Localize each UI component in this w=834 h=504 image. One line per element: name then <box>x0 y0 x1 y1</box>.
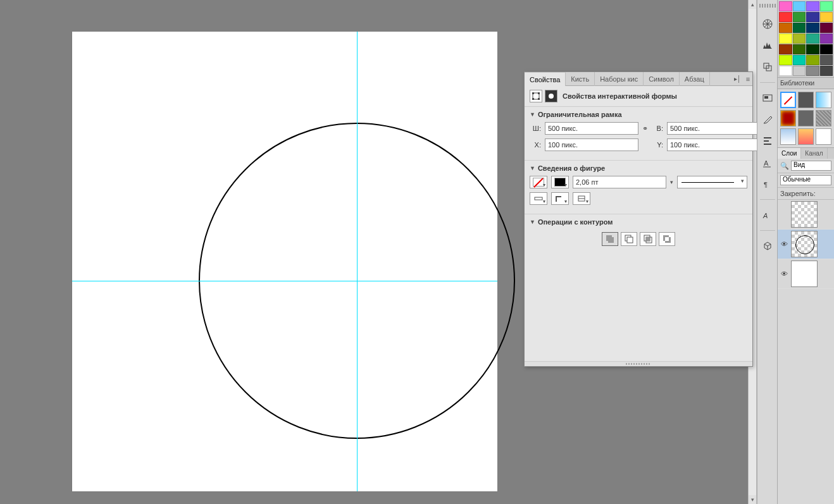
svg-rect-15 <box>646 237 650 241</box>
section-pathops-title[interactable]: ▼ Операции с контуром <box>530 217 747 230</box>
swatch-5[interactable] <box>793 12 806 22</box>
paragraph-panel-icon[interactable]: ¶ <box>760 176 775 192</box>
pathop-intersect-button[interactable] <box>640 232 656 246</box>
swatch-17[interactable] <box>793 44 806 54</box>
guide-horizontal[interactable] <box>72 281 497 281</box>
swatch-1[interactable] <box>793 1 806 11</box>
blend-mode-select[interactable]: Обычные <box>780 175 831 185</box>
lib-item-7[interactable] <box>780 128 796 145</box>
lib-item-8[interactable] <box>798 128 814 145</box>
swatch-26[interactable] <box>806 66 819 76</box>
join-type-button[interactable] <box>551 192 569 205</box>
y-input[interactable] <box>667 138 761 151</box>
swatch-9[interactable] <box>793 23 806 33</box>
align-stroke-button[interactable] <box>573 192 590 205</box>
swatch-15[interactable] <box>820 34 833 44</box>
glyphs-icon[interactable]: A <box>760 207 775 223</box>
layer-thumbnail[interactable] <box>791 261 818 287</box>
guide-vertical[interactable] <box>357 32 358 491</box>
layer-thumbnail[interactable] <box>791 231 818 257</box>
width-input[interactable] <box>545 122 638 135</box>
navigator-icon[interactable] <box>760 90 775 106</box>
pathop-exclude-button[interactable] <box>659 232 675 246</box>
swatch-21[interactable] <box>793 55 806 65</box>
swatch-24[interactable] <box>779 66 792 76</box>
swatch-16[interactable] <box>779 44 792 54</box>
tab-libraries[interactable]: Библиотеки <box>778 77 834 89</box>
swatch-22[interactable] <box>806 55 819 65</box>
tab-paragraph[interactable]: Абзац <box>680 72 710 86</box>
swatch-18[interactable] <box>806 44 819 54</box>
brush-settings-icon[interactable] <box>760 112 775 127</box>
tab-properties[interactable]: Свойства <box>525 72 566 86</box>
swatch-19[interactable] <box>820 44 833 54</box>
swatch-23[interactable] <box>820 55 833 65</box>
swatch-8[interactable] <box>779 23 792 33</box>
search-icon[interactable]: 🔍 <box>780 162 789 170</box>
pathop-subtract-button[interactable] <box>621 232 637 246</box>
mask-icon[interactable] <box>545 90 557 102</box>
tab-brush[interactable]: Кисть <box>566 72 595 86</box>
cap-type-button[interactable] <box>530 192 547 205</box>
swatch-20[interactable] <box>779 55 792 65</box>
lib-item-none[interactable] <box>780 92 796 108</box>
layers-filter-row: 🔍 Вид <box>778 159 834 173</box>
swatches-panel[interactable] <box>778 0 834 77</box>
swatch-13[interactable] <box>793 34 806 44</box>
lib-item-6[interactable] <box>816 110 831 126</box>
fill-color-button[interactable] <box>530 176 547 188</box>
stroke-style-select[interactable] <box>677 176 747 188</box>
layer-row-2[interactable]: 👁 <box>778 230 834 259</box>
pathop-unite-button[interactable] <box>602 232 618 246</box>
swatch-10[interactable] <box>806 23 819 33</box>
visibility-toggle-icon[interactable]: 👁 <box>780 269 788 278</box>
3d-panel-icon[interactable] <box>760 238 775 254</box>
swatch-25[interactable] <box>793 66 806 76</box>
character-panel-icon[interactable]: A <box>760 155 775 170</box>
swatch-4[interactable] <box>779 12 792 22</box>
layer-row-1[interactable]: 👁 <box>778 200 834 230</box>
swatch-0[interactable] <box>779 1 792 11</box>
section-bbox-title[interactable]: ▼ Ограничительная рамка <box>530 109 747 122</box>
visibility-toggle-icon[interactable]: 👁 <box>780 240 788 249</box>
live-shape-bounds-icon[interactable] <box>530 90 542 102</box>
stroke-width-dropdown-icon[interactable]: ▾ <box>670 179 673 185</box>
swatch-27[interactable] <box>820 66 833 76</box>
layers-filter-select[interactable]: Вид <box>791 161 831 171</box>
layer-thumbnail[interactable] <box>791 201 818 228</box>
swatch-6[interactable] <box>806 12 819 22</box>
lib-item-2[interactable] <box>798 92 814 108</box>
layer-row-3[interactable]: 👁 <box>778 259 834 289</box>
tab-channels[interactable]: Канал <box>801 148 827 159</box>
tab-layers[interactable]: Слои <box>778 148 801 159</box>
stroke-color-button[interactable] <box>551 176 569 188</box>
lib-item-4[interactable] <box>780 110 796 126</box>
transform-icon[interactable] <box>760 59 775 75</box>
swatch-2[interactable] <box>806 1 819 11</box>
link-dimensions-icon[interactable]: ⚭ <box>642 125 648 133</box>
panel-resize-handle[interactable] <box>525 361 752 366</box>
lib-item-3[interactable] <box>816 92 831 108</box>
swatch-12[interactable] <box>779 34 792 44</box>
tab-symbol[interactable]: Символ <box>644 72 680 86</box>
lib-item-5[interactable] <box>798 110 814 126</box>
panel-menu-button[interactable]: ≡ <box>744 75 752 83</box>
stroke-width-input[interactable] <box>573 176 666 188</box>
color-wheel-icon[interactable] <box>760 16 775 32</box>
panel-collapse-button[interactable]: ▸│ <box>731 74 744 83</box>
swatch-3[interactable] <box>820 1 833 11</box>
swatch-7[interactable] <box>820 12 833 22</box>
swatch-14[interactable] <box>806 34 819 44</box>
align-icon[interactable] <box>760 133 775 149</box>
tab-brush-presets[interactable]: Наборы кис <box>595 72 644 86</box>
x-input[interactable] <box>545 138 638 151</box>
section-shape-title[interactable]: ▼ Сведения о фигуре <box>530 163 747 176</box>
histogram-icon[interactable] <box>760 38 775 53</box>
lib-item-9[interactable] <box>816 128 831 145</box>
swatch-11[interactable] <box>820 23 833 33</box>
scroll-down-arrow[interactable]: ▾ <box>749 495 756 504</box>
dock-drag-handle[interactable] <box>759 4 776 8</box>
libraries-grid <box>778 89 834 147</box>
scroll-up-arrow[interactable]: ▴ <box>749 0 756 9</box>
height-input[interactable] <box>667 122 761 135</box>
